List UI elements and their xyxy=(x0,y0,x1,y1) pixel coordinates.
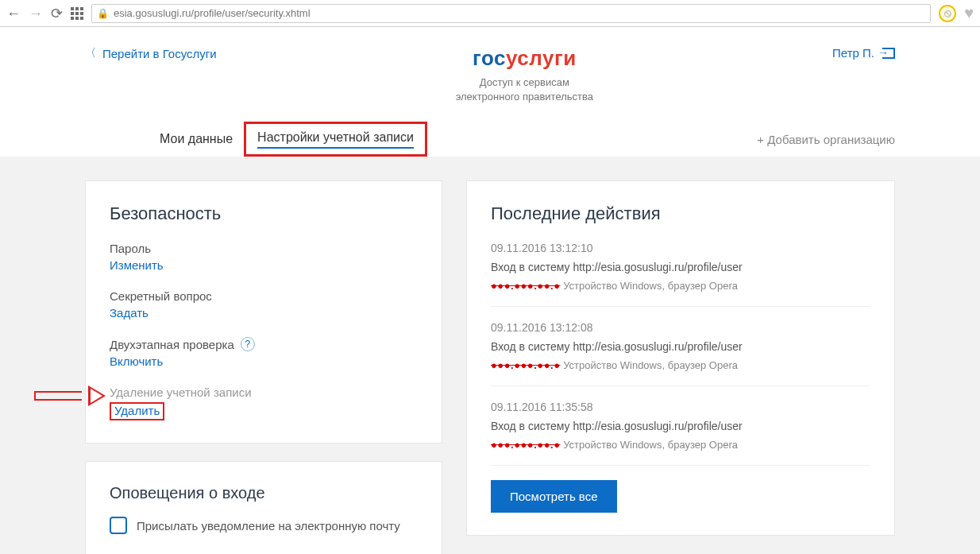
heart-icon[interactable]: ♥ xyxy=(964,4,974,22)
activity-time: 09.11.2016 13:12:08 xyxy=(491,321,870,334)
security-two-factor: Двухэтапная проверка ? Включить xyxy=(110,337,418,368)
activity-meta: ●●●.●●●.●●.● Устройство Windows, браузер… xyxy=(491,439,870,451)
back-icon[interactable]: ← xyxy=(6,6,21,21)
secret-label: Секретный вопрос xyxy=(110,289,418,303)
security-panel: Безопасность Пароль Изменить Секретный в… xyxy=(85,180,442,444)
reload-icon[interactable]: ⟳ xyxy=(51,6,63,21)
delete-label: Удаление учетной записи xyxy=(110,385,418,399)
forward-icon: → xyxy=(29,6,43,21)
tab-add-organization[interactable]: Добавить организацию xyxy=(757,133,895,146)
apps-grid-icon[interactable] xyxy=(71,7,83,20)
email-notification-checkbox[interactable] xyxy=(110,517,127,534)
activity-item: 09.11.2016 13:12:10 Вход в систему http:… xyxy=(491,242,870,307)
twofa-enable-link[interactable]: Включить xyxy=(110,354,163,368)
security-title: Безопасность xyxy=(110,203,418,224)
help-icon[interactable]: ? xyxy=(241,337,255,351)
security-password: Пароль Изменить xyxy=(110,242,418,272)
back-to-services-link[interactable]: 〈 Перейти в Госуслуги xyxy=(85,46,217,60)
activity-time: 09.11.2016 11:35:58 xyxy=(491,401,870,413)
user-menu[interactable]: Петр П. xyxy=(832,46,895,60)
activity-meta: ●●●.●●●.●●.● Устройство Windows, браузер… xyxy=(491,359,870,371)
tab-account-settings[interactable]: Настройки учетной записи xyxy=(244,122,427,157)
lock-icon: 🔒 xyxy=(97,8,109,19)
notifications-title: Оповещения о входе xyxy=(110,484,418,502)
security-delete-account: Удаление учетной записи Удалить xyxy=(110,385,418,420)
email-notification-label: Присылать уведомление на электронную поч… xyxy=(137,519,400,533)
activity-time: 09.11.2016 13:12:10 xyxy=(491,242,870,254)
view-all-button[interactable]: Посмотреть все xyxy=(491,480,617,513)
activity-desc: Вход в систему http://esia.gosuslugi.ru/… xyxy=(491,261,870,273)
activity-desc: Вход в систему http://esia.gosuslugi.ru/… xyxy=(491,340,870,353)
user-name: Петр П. xyxy=(832,46,874,60)
logout-icon[interactable] xyxy=(882,48,895,59)
browser-toolbar: ← → ⟳ 🔒 esia.gosuslugi.ru/profile/user/s… xyxy=(0,0,980,27)
login-notifications-panel: Оповещения о входе Присылать уведомление… xyxy=(85,461,442,554)
tabs-row: Мои данные Настройки учетной записи Доба… xyxy=(85,122,895,157)
url-text: esia.gosuslugi.ru/profile/user/security.… xyxy=(114,7,311,19)
password-change-link[interactable]: Изменить xyxy=(110,258,164,272)
email-notification-row: Присылать уведомление на электронную поч… xyxy=(110,517,418,534)
annotation-arrow xyxy=(34,385,106,406)
activity-desc: Вход в систему http://esia.gosuslugi.ru/… xyxy=(491,420,870,432)
activity-item: 09.11.2016 11:35:58 Вход в систему http:… xyxy=(491,386,870,466)
chevron-left-icon: 〈 xyxy=(85,46,96,60)
back-link-label: Перейти в Госуслуги xyxy=(102,47,217,60)
twofa-label: Двухэтапная проверка xyxy=(110,338,234,351)
tab-my-data[interactable]: Мои данные xyxy=(149,124,244,154)
address-bar[interactable]: 🔒 esia.gosuslugi.ru/profile/user/securit… xyxy=(91,4,931,23)
delete-account-link[interactable]: Удалить xyxy=(110,402,164,420)
activity-meta: ●●●.●●●.●●.● Устройство Windows, браузер… xyxy=(491,280,870,292)
security-secret-question: Секретный вопрос Задать xyxy=(110,289,418,320)
activity-title: Последние действия xyxy=(491,203,870,224)
password-label: Пароль xyxy=(110,242,418,255)
secret-set-link[interactable]: Задать xyxy=(110,306,149,320)
brand-logo: госуслуги xyxy=(456,46,593,71)
activity-item: 09.11.2016 13:12:08 Вход в систему http:… xyxy=(491,307,870,386)
brand-subtitle: Доступ к сервисам электронного правитель… xyxy=(456,76,593,104)
recent-activity-panel: Последние действия 09.11.2016 13:12:10 В… xyxy=(466,180,895,536)
brand-block: госуслуги Доступ к сервисам электронного… xyxy=(456,46,593,104)
block-icon[interactable]: ⦸ xyxy=(939,5,956,22)
